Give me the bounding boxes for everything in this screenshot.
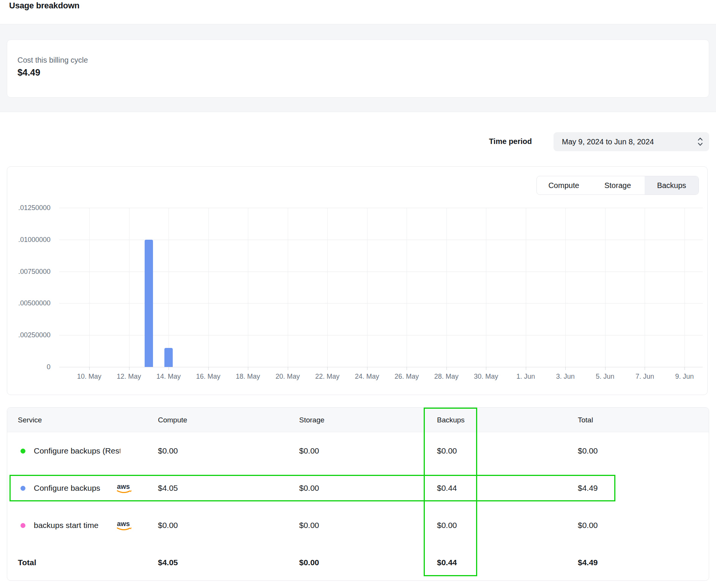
aws-logo-icon: aws: [115, 482, 133, 496]
y-gridline: [59, 240, 703, 240]
chevron-updown-icon: [697, 136, 703, 147]
column-header-total: Total: [578, 408, 593, 432]
table-total-row: Total $4.05 $0.00 $0.44 $4.49: [7, 544, 709, 581]
column-header-backups: Backups: [437, 408, 465, 432]
column-header-service: Service: [18, 408, 42, 432]
x-gridline: [248, 208, 248, 367]
x-gridline: [89, 208, 90, 367]
y-axis-label: .01250000: [9, 204, 50, 212]
x-gridline: [605, 208, 606, 367]
storage-cost: $0.00: [299, 469, 319, 507]
x-gridline: [129, 208, 129, 367]
backups-bar-chart: .01250000.01000000.00750000.00500000.002…: [7, 167, 707, 395]
table-row: Configure backups aws $4.05 $0.00 $0.44 …: [7, 469, 709, 507]
x-axis-tick: [89, 367, 90, 370]
y-axis-label: 0: [9, 363, 50, 371]
storage-total: $0.00: [299, 544, 319, 581]
x-gridline: [486, 208, 486, 367]
x-gridline: [169, 208, 169, 367]
cost-card-label: Cost this billing cycle: [17, 56, 88, 65]
y-gridline: [59, 367, 703, 367]
column-header-storage: Storage: [299, 408, 325, 432]
x-axis-tick: [327, 367, 328, 370]
y-axis-label: .00750000: [9, 268, 50, 275]
x-axis-tick: [407, 367, 407, 370]
x-axis-tick: [605, 367, 606, 370]
series-color-dot: [21, 523, 25, 528]
page-title: Usage breakdown: [9, 1, 79, 11]
usage-chart-card: .01250000.01000000.00750000.00500000.002…: [7, 166, 708, 395]
x-axis-tick: [367, 367, 367, 370]
backups-total: $0.44: [437, 544, 457, 581]
x-gridline: [208, 208, 209, 367]
time-period-select[interactable]: May 9, 2024 to Jun 8, 2024: [554, 132, 709, 151]
x-axis-tick: [129, 367, 129, 370]
x-axis-tick: [526, 367, 526, 370]
storage-cost: $0.00: [299, 432, 319, 469]
x-axis-tick: [288, 367, 288, 370]
x-axis-tick: [446, 367, 447, 370]
x-gridline: [327, 208, 328, 367]
backups-cost: $0.00: [437, 432, 457, 469]
cost-card-value: $4.49: [17, 67, 40, 78]
x-gridline: [565, 208, 566, 367]
svg-text:aws: aws: [117, 520, 130, 528]
table-header-row: Service Compute Storage Backups Total: [7, 408, 709, 432]
x-axis-label: 9. Jun: [660, 373, 709, 381]
service-name: backups start time: [34, 507, 98, 544]
x-gridline: [288, 208, 288, 367]
service-name: Configure backups: [34, 469, 100, 507]
aws-logo-icon: aws: [115, 519, 133, 533]
compute-total: $4.05: [158, 544, 178, 581]
table-row: Configure backups (Resto $0.00 $0.00 $0.…: [7, 432, 709, 469]
series-color-dot: [21, 486, 25, 491]
tab-backups[interactable]: Backups: [645, 176, 699, 194]
y-gridline: [59, 335, 703, 335]
x-axis-tick: [169, 367, 169, 370]
x-axis-tick: [208, 367, 209, 370]
billing-summary-band: Cost this billing cycle $4.49: [0, 24, 716, 112]
total-cost: $0.00: [578, 507, 598, 544]
x-gridline: [645, 208, 645, 367]
tab-compute[interactable]: Compute: [537, 176, 591, 194]
usage-table: Service Compute Storage Backups Total Co…: [7, 407, 709, 581]
chart-view-tabs: Compute Storage Backups: [536, 176, 699, 195]
y-gridline: [59, 208, 703, 208]
total-row-label: Total: [18, 544, 36, 581]
x-gridline: [446, 208, 447, 367]
x-axis-tick: [645, 367, 645, 370]
x-gridline: [684, 208, 685, 367]
y-axis-label: .00500000: [9, 299, 50, 307]
svg-text:aws: aws: [117, 483, 130, 490]
x-axis-tick: [486, 367, 486, 370]
total-cost: $0.00: [578, 432, 598, 469]
y-gridline: [59, 272, 703, 272]
x-gridline: [367, 208, 367, 367]
y-axis-label: .01000000: [9, 236, 50, 243]
x-axis-tick: [248, 367, 248, 370]
backups-cost: $0.00: [437, 507, 457, 544]
cost-card: Cost this billing cycle $4.49: [7, 40, 709, 98]
table-row: backups start time aws $0.00 $0.00 $0.00…: [7, 507, 709, 544]
time-period-label: Time period: [489, 137, 532, 146]
storage-cost: $0.00: [299, 507, 319, 544]
chart-bar-14-May: [164, 348, 173, 367]
tab-storage[interactable]: Storage: [591, 176, 645, 194]
x-gridline: [407, 208, 407, 367]
compute-cost: $4.05: [158, 469, 178, 507]
usage-breakdown-page: Usage breakdown Cost this billing cycle …: [0, 0, 716, 588]
compute-cost: $0.00: [158, 507, 178, 544]
x-axis-tick: [565, 367, 566, 370]
total-cost: $4.49: [578, 469, 598, 507]
compute-cost: $0.00: [158, 432, 178, 469]
grand-total: $4.49: [578, 544, 598, 581]
column-header-compute: Compute: [158, 408, 187, 432]
time-period-value: May 9, 2024 to Jun 8, 2024: [562, 138, 697, 146]
service-name: Configure backups (Resto: [34, 432, 120, 469]
backups-cost: $0.44: [437, 469, 457, 507]
chart-bar-13-May: [145, 240, 153, 367]
y-axis-label: .00250000: [9, 331, 50, 339]
y-gridline: [59, 303, 703, 303]
x-axis-tick: [684, 367, 685, 370]
x-gridline: [526, 208, 526, 367]
